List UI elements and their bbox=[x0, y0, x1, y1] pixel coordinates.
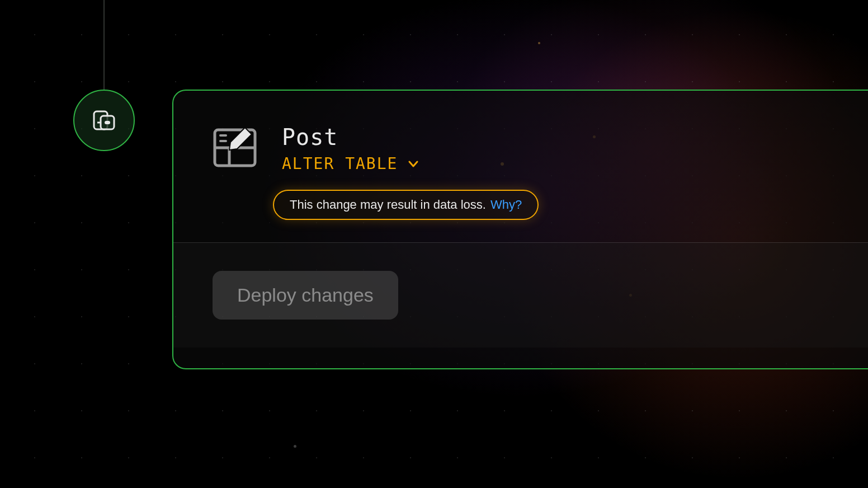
operation-label: ALTER TABLE bbox=[282, 154, 398, 173]
database-icon bbox=[91, 107, 117, 134]
node-badge[interactable] bbox=[73, 90, 135, 151]
operation-dropdown[interactable]: ALTER TABLE bbox=[282, 154, 420, 173]
card-bottom-section: Deploy changes bbox=[173, 243, 868, 348]
warning-why-link[interactable]: Why? bbox=[490, 198, 522, 212]
table-edit-icon bbox=[213, 124, 260, 171]
card-header: Post ALTER TABLE bbox=[213, 124, 829, 173]
header-text: Post ALTER TABLE bbox=[282, 124, 420, 173]
timeline-connector bbox=[103, 0, 105, 90]
chevron-down-icon bbox=[407, 157, 420, 171]
card-top-section: Post ALTER TABLE This change may result … bbox=[173, 91, 868, 242]
warning-text: This change may result in data loss. bbox=[290, 198, 486, 212]
table-name: Post bbox=[282, 124, 420, 150]
deploy-button[interactable]: Deploy changes bbox=[213, 271, 398, 320]
migration-card: Post ALTER TABLE This change may result … bbox=[172, 90, 868, 369]
warning-pill: This change may result in data loss. Why… bbox=[273, 190, 539, 220]
svg-rect-2 bbox=[105, 121, 110, 124]
